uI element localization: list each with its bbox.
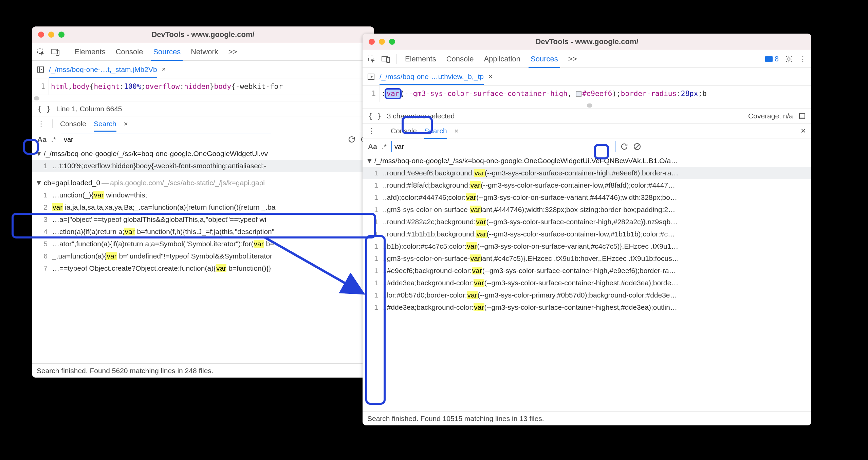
disclosure-triangle-icon[interactable]: ▼ [366,155,373,167]
issues-badge[interactable]: 8 [765,55,779,63]
tab-application[interactable]: Application [482,55,522,63]
drawer-kebab-icon[interactable]: ⋮ [368,127,375,135]
search-result-row[interactable]: 1..round:#f8fafd;background:var(--gm3-sy… [363,179,811,191]
result-text: ..#dde3ea;background-color:var(--gm3-sys… [383,277,808,289]
main-toolbar: Elements Console Sources Network >> [32,43,374,61]
settings-icon[interactable] [785,55,793,63]
result-file-header[interactable]: ▼ /_/mss/boq-one-google/_/ss/k=boq-one-g… [363,155,811,167]
result-file-path: /_/mss/boq-one-google/_/ss/k=boq-one-goo… [374,155,678,167]
selection-status: 3 characters selected [387,112,455,120]
search-result-row[interactable]: 2var ia,ja,la,sa,ta,xa,ya,Ba;_.ca=functi… [32,201,374,213]
result-file-header[interactable]: ▼ /_/mss/boq-one-google/_/ss/k=boq-one-g… [32,148,374,160]
search-result-row[interactable]: 1..lor:#0b57d0;border-color:var(--gm3-sy… [363,289,811,301]
match-case-toggle[interactable]: Aa [368,142,377,151]
pretty-print-icon[interactable]: { } [37,104,51,113]
search-result-row[interactable]: 1..b1b);color:#c4c7c5;color:var(--gm3-sy… [363,240,811,252]
navigator-toggle-icon[interactable] [367,73,375,80]
inspect-element-icon[interactable] [37,48,45,56]
drawer-kebab-icon[interactable]: ⋮ [37,119,45,128]
minimize-window-button[interactable] [48,32,54,38]
search-input[interactable] [391,141,615,152]
search-result-row[interactable]: 1..gm3-sys-color-on-surface-variant,#c4c… [363,252,811,265]
search-result-row[interactable]: 1..#dde3ea;background-color:var(--gm3-sy… [363,301,811,313]
tab-elements[interactable]: Elements [72,47,108,56]
cursor-position: Line 1, Column 6645 [56,105,122,113]
regex-toggle[interactable]: .* [51,135,56,143]
titlebar[interactable]: DevTools - www.google.com/ [32,26,374,43]
scrollbar-thumb[interactable] [34,96,39,100]
result-text: _.ua=function(a){var b="undefined"!=type… [52,250,371,262]
horizontal-scrollbar[interactable] [32,95,374,101]
search-result-row[interactable]: 5…ator",function(a){if(a)return a;a=Symb… [32,238,374,250]
search-result-row[interactable]: 1..gm3-sys-color-on-surface-variant,#444… [363,204,811,216]
result-line-number: 3 [35,213,48,226]
maximize-window-button[interactable] [389,39,395,45]
search-result-row[interactable]: 1..round:#1b1b1b;background:var(--gm3-sy… [363,228,811,240]
tab-sources[interactable]: Sources [529,55,560,68]
tab-console[interactable]: Console [114,47,145,56]
refresh-search-icon[interactable] [348,135,356,143]
regex-toggle[interactable]: .* [382,142,387,151]
window-title: DevTools - www.google.com/ [363,37,811,46]
tabs-overflow[interactable]: >> [226,47,239,56]
device-toggle-icon[interactable] [51,48,60,56]
close-window-button[interactable] [369,39,375,45]
close-file-icon[interactable]: × [488,73,493,80]
code-editor[interactable]: 1 :var(--gm3-sys-color-surface-container… [363,85,811,102]
minimize-window-button[interactable] [379,39,385,45]
color-swatch-icon[interactable] [576,91,581,97]
match-case-toggle[interactable]: Aa [37,135,47,143]
drawer-close-icon[interactable]: × [455,127,459,135]
drawer-hide-icon[interactable]: × [801,126,806,136]
kebab-menu-icon[interactable]: ⋮ [799,55,807,63]
result-line-number: 1 [366,289,378,301]
maximize-window-button[interactable] [58,32,64,38]
drawer-tab-search[interactable]: Search [94,120,116,132]
open-file-tab[interactable]: /_/mss/boq-one-…t,_stam,jMb2Vb [49,65,157,78]
tabs-overflow[interactable]: >> [566,55,579,63]
pretty-print-icon[interactable]: { } [368,112,382,120]
inspect-element-icon[interactable] [367,55,375,63]
navigator-toggle-icon[interactable] [37,66,44,73]
code-line[interactable]: html,body{height:100%;overflow:hidden}bo… [49,78,374,95]
search-result-row[interactable]: 3…a=["object"==typeof globalThis&&global… [32,213,374,226]
drawer-tab-search[interactable]: Search [424,127,447,139]
search-result-row[interactable]: 1..#dde3ea;background-color:var(--gm3-sy… [363,277,811,289]
open-file-tab[interactable]: /_/mss/boq-one-…uthview,_b,_tp [380,73,484,85]
code-line[interactable]: :var(--gm3-sys-color-surface-container-h… [380,85,811,102]
search-result-row[interactable]: 1..round:#e9eef6;background:var(--gm3-sy… [363,167,811,179]
search-result-row[interactable]: 7…==typeof Object.create?Object.create:f… [32,262,374,274]
code-editor[interactable]: 1 html,body{height:100%;overflow:hidden}… [32,78,374,95]
refresh-search-icon[interactable] [620,142,628,151]
close-window-button[interactable] [38,32,44,38]
result-line-number: 1 [366,240,378,252]
horizontal-scrollbar[interactable] [363,102,811,109]
drawer-close-icon[interactable]: × [124,120,128,128]
coverage-toggle-icon[interactable] [798,112,806,120]
titlebar[interactable]: DevTools - www.google.com/ [363,34,811,50]
result-file-name: cb=gapi.loaded_0 [44,177,100,189]
tab-network[interactable]: Network [189,47,220,56]
result-text: ..lor:#0b57d0;border-color:var(--gm3-sys… [383,289,808,301]
result-file-header[interactable]: ▼ cb=gapi.loaded_0 — apis.google.com/_/s… [32,177,374,189]
device-toggle-icon[interactable] [382,55,390,63]
tab-elements[interactable]: Elements [403,55,438,63]
search-input[interactable] [61,134,271,145]
search-result-row[interactable]: 1…unction(_){var window=this; [32,189,374,201]
search-result-row[interactable]: 1..#e9eef6;background-color:var(--gm3-sy… [363,265,811,277]
search-result-row[interactable]: 1 …t:100%;overflow:hidden}body{-webkit-f… [32,160,374,172]
tab-sources[interactable]: Sources [151,47,183,61]
search-result-row[interactable]: 1..round:#282a2c;background:var(--gm3-sy… [363,216,811,228]
result-line-number: 1 [366,167,378,179]
search-result-row[interactable]: 4…ction(a){if(a)return a;var b=function(… [32,226,374,238]
drawer-tab-console[interactable]: Console [60,120,86,128]
search-result-row[interactable]: 1..afd);color:#444746;color:var(--gm3-sy… [363,191,811,204]
scrollbar-thumb[interactable] [587,103,592,108]
close-file-icon[interactable]: × [162,65,166,73]
clear-search-icon[interactable] [633,142,641,151]
drawer-tab-console[interactable]: Console [391,127,417,135]
search-result-row[interactable]: 6_.ua=function(a){var b="undefined"!=typ… [32,250,374,262]
tab-console[interactable]: Console [444,55,476,63]
disclosure-triangle-icon[interactable]: ▼ [35,148,42,160]
disclosure-triangle-icon[interactable]: ▼ [35,177,42,189]
